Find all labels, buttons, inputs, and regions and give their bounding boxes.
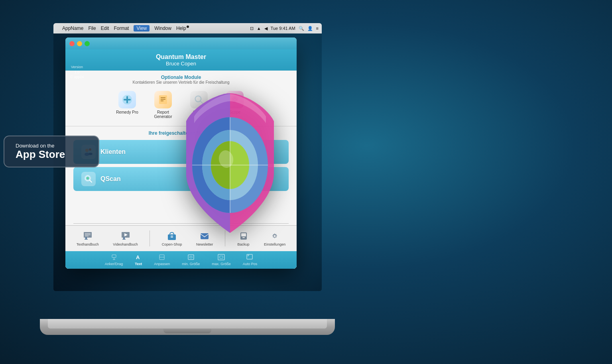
menubar-list-icon[interactable]: ≡ xyxy=(316,26,319,31)
logo-3d xyxy=(162,53,298,277)
appstore-label-bottom: App Store xyxy=(16,149,65,160)
screen-menubar: AppName File Edit Format View Window Hel… xyxy=(53,23,322,33)
remedy-pro-icon xyxy=(118,91,136,108)
menubar-airplay-icon: ⊡ xyxy=(250,26,254,31)
window-controls xyxy=(69,41,90,46)
svg-rect-28 xyxy=(85,239,88,240)
menubar-file[interactable]: File xyxy=(88,26,96,31)
window-close-button[interactable] xyxy=(69,41,75,46)
klienten-label: Klienten xyxy=(100,148,126,155)
menubar-search-icon[interactable]: 🔍 xyxy=(299,26,304,31)
menubar-window[interactable]: Window xyxy=(154,26,171,31)
module-remedy-pro[interactable]: Remedy Pro xyxy=(113,91,141,119)
menubar-time: Tue 9:41 AM xyxy=(271,26,295,31)
remedy-pro-label: Remedy Pro xyxy=(116,110,138,114)
menubar-view[interactable]: View xyxy=(134,25,150,31)
window-version: Version 1.0 © app24 xyxy=(70,65,84,80)
status-anker[interactable]: Anker/Drag xyxy=(105,254,123,266)
videohandbuch-icon xyxy=(119,230,132,242)
texthandbuch-label: Texthandbuch xyxy=(77,242,99,246)
appstore-text: Download on the App Store xyxy=(16,143,65,160)
menubar-help[interactable]: Help xyxy=(176,26,186,31)
text-icon: A xyxy=(135,254,142,262)
appstore-label-top: Download on the xyxy=(16,143,65,149)
menubar-right: ⊡ ▲ ◀ Tue 9:41 AM 🔍 👤 ≡ xyxy=(250,26,319,31)
window-minimize-button[interactable] xyxy=(77,41,82,46)
laptop-hinge xyxy=(163,329,211,333)
anker-icon xyxy=(111,254,117,262)
toolbar-videohandbuch[interactable]: Videohandbuch xyxy=(110,229,140,248)
laptop-base-surface xyxy=(48,319,327,329)
svg-text:A: A xyxy=(136,254,140,260)
menubar-edit[interactable]: Edit xyxy=(101,26,109,31)
text-label: Text xyxy=(135,262,142,266)
menubar-appname[interactable]: AppName xyxy=(62,26,83,31)
menubar-user-icon[interactable]: 👤 xyxy=(307,26,313,31)
menubar-wifi-icon: ▲ xyxy=(257,26,261,31)
appstore-badge[interactable]: Download on the App Store xyxy=(4,136,99,167)
camera-dot xyxy=(187,26,189,28)
menubar-volume-icon: ◀ xyxy=(264,26,268,31)
texthandbuch-icon xyxy=(81,230,94,242)
svg-rect-42 xyxy=(112,255,116,258)
svg-rect-31 xyxy=(123,237,125,239)
svg-point-20 xyxy=(87,177,89,179)
anker-label: Anker/Drag xyxy=(105,262,123,266)
toolbar-sep-1 xyxy=(150,230,150,246)
status-text[interactable]: A Text xyxy=(135,254,142,266)
videohandbuch-label: Videohandbuch xyxy=(113,242,138,246)
svg-rect-27 xyxy=(85,237,87,239)
svg-rect-32 xyxy=(122,239,126,240)
menubar-format[interactable]: Format xyxy=(114,26,129,31)
toolbar-texthandbuch[interactable]: Texthandbuch xyxy=(74,229,101,248)
laptop-base xyxy=(40,319,335,335)
laptop-container: AppName File Edit Format View Window Hel… xyxy=(48,8,335,335)
qscan-button-icon xyxy=(81,172,96,186)
window-titlebar xyxy=(65,37,297,49)
svg-rect-2 xyxy=(124,99,131,100)
logo-3d-svg xyxy=(170,85,290,245)
qscan-label: QScan xyxy=(100,175,121,183)
window-maximize-button[interactable] xyxy=(85,41,90,46)
